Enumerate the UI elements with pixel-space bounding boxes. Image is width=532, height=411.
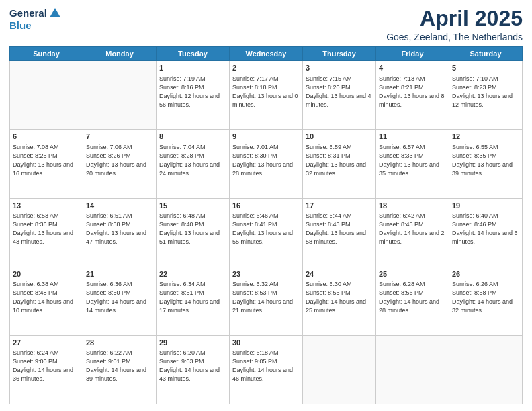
calendar-cell: 25Sunrise: 6:28 AMSunset: 8:56 PMDayligh…: [376, 267, 449, 335]
day-info: Sunrise: 7:13 AMSunset: 8:21 PMDaylight:…: [379, 75, 446, 109]
calendar-cell: 14Sunrise: 6:51 AMSunset: 8:38 PMDayligh…: [83, 198, 157, 267]
day-info: Sunrise: 6:22 AMSunset: 9:01 PMDaylight:…: [86, 349, 153, 383]
day-info: Sunrise: 7:10 AMSunset: 8:23 PMDaylight:…: [452, 75, 519, 109]
day-info: Sunrise: 6:24 AMSunset: 9:00 PMDaylight:…: [13, 349, 80, 383]
day-info: Sunrise: 7:06 AMSunset: 8:26 PMDaylight:…: [86, 143, 153, 178]
calendar-cell: 2Sunrise: 7:17 AMSunset: 8:18 PMDaylight…: [230, 61, 303, 130]
page: General Blue April 2025 Goes, Zeeland, T…: [0, 0, 532, 411]
day-number: 8: [159, 132, 226, 142]
day-number: 28: [86, 338, 153, 348]
day-number: 6: [13, 132, 80, 142]
calendar-cell: [10, 61, 83, 130]
calendar-cell: 10Sunrise: 6:59 AMSunset: 8:31 PMDayligh…: [303, 130, 376, 198]
weekday-header-wednesday: Wednesday: [230, 47, 303, 61]
day-number: 25: [379, 269, 446, 279]
calendar-cell: 19Sunrise: 6:40 AMSunset: 8:46 PMDayligh…: [449, 198, 523, 267]
day-number: 7: [86, 132, 153, 142]
calendar-cell: [376, 335, 449, 404]
day-number: 17: [306, 201, 373, 211]
day-number: 9: [232, 132, 300, 142]
day-number: 10: [306, 132, 373, 142]
day-number: 14: [86, 201, 153, 211]
day-info: Sunrise: 6:30 AMSunset: 8:55 PMDaylight:…: [306, 280, 373, 315]
calendar-cell: 3Sunrise: 7:15 AMSunset: 8:20 PMDaylight…: [303, 61, 376, 130]
logo-blue: Blue: [9, 20, 32, 32]
calendar-week-2: 13Sunrise: 6:53 AMSunset: 8:36 PMDayligh…: [10, 198, 523, 267]
day-number: 23: [232, 269, 300, 279]
calendar-week-3: 20Sunrise: 6:38 AMSunset: 8:48 PMDayligh…: [10, 267, 523, 335]
day-number: 13: [13, 201, 80, 211]
day-info: Sunrise: 6:40 AMSunset: 8:46 PMDaylight:…: [452, 212, 519, 246]
day-info: Sunrise: 7:08 AMSunset: 8:25 PMDaylight:…: [13, 143, 80, 178]
weekday-header-monday: Monday: [83, 47, 157, 61]
weekday-header-thursday: Thursday: [303, 47, 376, 61]
calendar-cell: 20Sunrise: 6:38 AMSunset: 8:48 PMDayligh…: [10, 267, 83, 335]
calendar-cell: 30Sunrise: 6:18 AMSunset: 9:05 PMDayligh…: [230, 335, 303, 404]
day-info: Sunrise: 7:01 AMSunset: 8:30 PMDaylight:…: [232, 143, 300, 178]
svg-marker-0: [50, 8, 60, 17]
day-info: Sunrise: 6:32 AMSunset: 8:53 PMDaylight:…: [232, 280, 300, 315]
day-info: Sunrise: 6:28 AMSunset: 8:56 PMDaylight:…: [379, 280, 446, 315]
day-info: Sunrise: 6:51 AMSunset: 8:38 PMDaylight:…: [86, 212, 153, 246]
day-number: 30: [232, 338, 300, 348]
calendar-cell: 4Sunrise: 7:13 AMSunset: 8:21 PMDaylight…: [376, 61, 449, 130]
day-number: 12: [452, 132, 519, 142]
calendar-cell: [303, 335, 376, 404]
day-info: Sunrise: 6:53 AMSunset: 8:36 PMDaylight:…: [13, 212, 80, 246]
title-block: April 2025 Goes, Zeeland, The Netherland…: [386, 7, 523, 42]
day-number: 1: [159, 63, 226, 73]
day-info: Sunrise: 7:17 AMSunset: 8:18 PMDaylight:…: [232, 75, 300, 109]
calendar-cell: 18Sunrise: 6:42 AMSunset: 8:45 PMDayligh…: [376, 198, 449, 267]
calendar-cell: 11Sunrise: 6:57 AMSunset: 8:33 PMDayligh…: [376, 130, 449, 198]
day-info: Sunrise: 6:26 AMSunset: 8:58 PMDaylight:…: [452, 280, 519, 315]
day-number: 24: [306, 269, 373, 279]
day-info: Sunrise: 6:59 AMSunset: 8:31 PMDaylight:…: [306, 143, 373, 178]
title-location: Goes, Zeeland, The Netherlands: [386, 32, 523, 42]
day-number: 16: [232, 201, 300, 211]
day-number: 21: [86, 269, 153, 279]
calendar-cell: 29Sunrise: 6:20 AMSunset: 9:03 PMDayligh…: [157, 335, 230, 404]
day-info: Sunrise: 6:18 AMSunset: 9:05 PMDaylight:…: [232, 349, 300, 383]
logo-general: General: [9, 8, 47, 19]
day-info: Sunrise: 6:48 AMSunset: 8:40 PMDaylight:…: [159, 212, 226, 246]
calendar-header-row: SundayMondayTuesdayWednesdayThursdayFrid…: [10, 47, 523, 61]
day-info: Sunrise: 6:46 AMSunset: 8:41 PMDaylight:…: [232, 212, 300, 246]
calendar-cell: 1Sunrise: 7:19 AMSunset: 8:16 PMDaylight…: [157, 61, 230, 130]
calendar-week-1: 6Sunrise: 7:08 AMSunset: 8:25 PMDaylight…: [10, 130, 523, 198]
day-number: 27: [13, 338, 80, 348]
logo: General Blue: [9, 7, 62, 32]
calendar-cell: 21Sunrise: 6:36 AMSunset: 8:50 PMDayligh…: [83, 267, 157, 335]
calendar-cell: 17Sunrise: 6:44 AMSunset: 8:43 PMDayligh…: [303, 198, 376, 267]
logo-icon: [48, 7, 62, 20]
day-info: Sunrise: 6:44 AMSunset: 8:43 PMDaylight:…: [306, 212, 373, 246]
calendar-cell: 12Sunrise: 6:55 AMSunset: 8:35 PMDayligh…: [449, 130, 523, 198]
day-number: 22: [159, 269, 226, 279]
day-number: 11: [379, 132, 446, 142]
calendar-cell: 7Sunrise: 7:06 AMSunset: 8:26 PMDaylight…: [83, 130, 157, 198]
weekday-header-tuesday: Tuesday: [157, 47, 230, 61]
day-number: 29: [159, 338, 226, 348]
calendar-cell: 13Sunrise: 6:53 AMSunset: 8:36 PMDayligh…: [10, 198, 83, 267]
calendar-cell: 5Sunrise: 7:10 AMSunset: 8:23 PMDaylight…: [449, 61, 523, 130]
day-info: Sunrise: 6:38 AMSunset: 8:48 PMDaylight:…: [13, 280, 80, 315]
day-number: 5: [452, 63, 519, 73]
day-number: 18: [379, 201, 446, 211]
calendar-cell: 23Sunrise: 6:32 AMSunset: 8:53 PMDayligh…: [230, 267, 303, 335]
calendar-cell: 8Sunrise: 7:04 AMSunset: 8:28 PMDaylight…: [157, 130, 230, 198]
calendar-week-4: 27Sunrise: 6:24 AMSunset: 9:00 PMDayligh…: [10, 335, 523, 404]
calendar-cell: 6Sunrise: 7:08 AMSunset: 8:25 PMDaylight…: [10, 130, 83, 198]
day-info: Sunrise: 7:04 AMSunset: 8:28 PMDaylight:…: [159, 143, 226, 178]
day-info: Sunrise: 6:20 AMSunset: 9:03 PMDaylight:…: [159, 349, 226, 383]
calendar-cell: 16Sunrise: 6:46 AMSunset: 8:41 PMDayligh…: [230, 198, 303, 267]
day-info: Sunrise: 6:42 AMSunset: 8:45 PMDaylight:…: [379, 212, 446, 246]
calendar-cell: 27Sunrise: 6:24 AMSunset: 9:00 PMDayligh…: [10, 335, 83, 404]
day-number: 26: [452, 269, 519, 279]
day-number: 19: [452, 201, 519, 211]
day-number: 4: [379, 63, 446, 73]
calendar-cell: 9Sunrise: 7:01 AMSunset: 8:30 PMDaylight…: [230, 130, 303, 198]
calendar-cell: 28Sunrise: 6:22 AMSunset: 9:01 PMDayligh…: [83, 335, 157, 404]
day-info: Sunrise: 7:19 AMSunset: 8:16 PMDaylight:…: [159, 75, 226, 109]
weekday-header-friday: Friday: [376, 47, 449, 61]
calendar-cell: [449, 335, 523, 404]
title-month: April 2025: [386, 7, 523, 30]
